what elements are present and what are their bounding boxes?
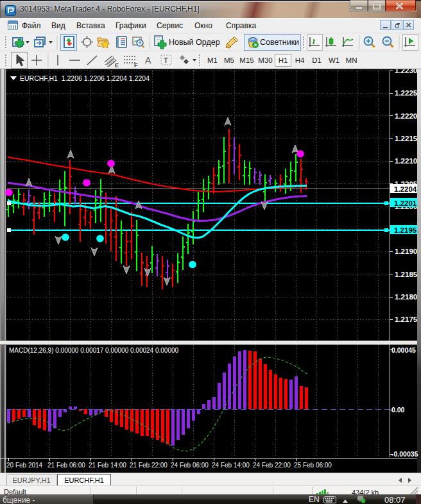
svg-text:21 Feb 06:00: 21 Feb 06:00 xyxy=(47,462,85,469)
svg-text:1.2210: 1.2210 xyxy=(395,157,417,165)
svg-text:24 Feb 14:00: 24 Feb 14:00 xyxy=(212,462,250,469)
svg-text:1.2230: 1.2230 xyxy=(395,69,417,74)
svg-text:-0.00035: -0.00035 xyxy=(391,450,418,458)
svg-text:24 Feb 06:00: 24 Feb 06:00 xyxy=(171,462,209,469)
svg-text:A: A xyxy=(145,55,151,65)
svg-text:E: E xyxy=(115,62,119,69)
svg-text:1.2185: 1.2185 xyxy=(395,271,418,278)
svg-text:0.00045: 0.00045 xyxy=(391,346,416,354)
svg-text:1.2201: 1.2201 xyxy=(394,199,417,207)
svg-text:1.2195: 1.2195 xyxy=(394,226,417,234)
svg-text:1.2190: 1.2190 xyxy=(395,248,417,255)
svg-text:1.2220: 1.2220 xyxy=(395,112,417,120)
svg-text:25 Feb 06:00: 25 Feb 06:00 xyxy=(294,462,332,469)
svg-text:1.2215: 1.2215 xyxy=(395,135,418,142)
svg-text:1.2175: 1.2175 xyxy=(395,315,418,323)
svg-text:Советники: Советники xyxy=(260,38,299,47)
svg-text:T: T xyxy=(164,56,168,64)
svg-text:1.2180: 1.2180 xyxy=(395,293,417,301)
svg-text:24 Feb 22:00: 24 Feb 22:00 xyxy=(253,462,291,469)
svg-text:1.2225: 1.2225 xyxy=(395,89,418,97)
svg-text:21 Feb 14:00: 21 Feb 14:00 xyxy=(89,462,126,469)
svg-text:EURCHF,H1 1.2206 1.2206 1.220: EURCHF,H1 1.2206 1.2206 1.2204 1.2204 xyxy=(20,74,150,82)
svg-text:F: F xyxy=(134,62,138,69)
svg-text:0.00: 0.00 xyxy=(391,406,405,414)
svg-text:1.2204: 1.2204 xyxy=(394,185,417,193)
svg-text:21 Feb 22:00: 21 Feb 22:00 xyxy=(130,462,168,469)
svg-text:20 Feb 2014: 20 Feb 2014 xyxy=(6,462,43,469)
svg-text:MACD(12,26,9) 0.00000 0.00017: MACD(12,26,9) 0.00000 0.00017 0.00000 0.… xyxy=(9,347,179,354)
svg-text:Новый Ордер: Новый Ордер xyxy=(169,38,220,47)
